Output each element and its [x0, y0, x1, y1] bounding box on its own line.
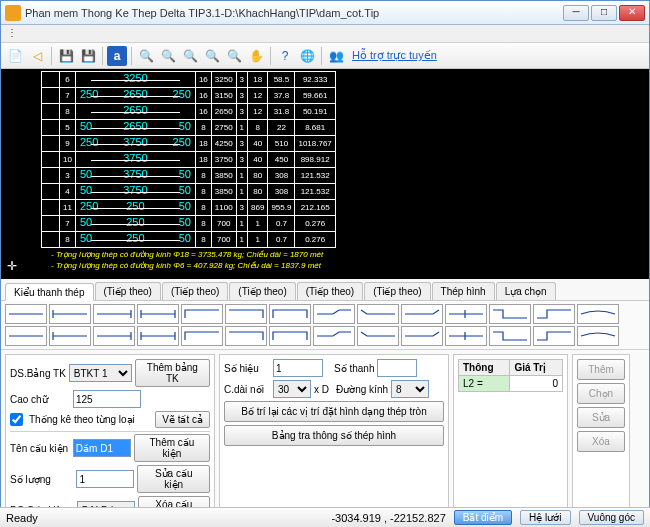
window-title: Phan mem Thong Ke Thep Delta TIP3.1-D:\K…	[25, 7, 563, 19]
thong-ke-checkbox[interactable]	[10, 413, 23, 426]
tab-2[interactable]: (Tiếp theo)	[162, 282, 228, 300]
cdai-label: C.dài nối	[224, 384, 270, 395]
chon-button[interactable]: Chọn	[577, 383, 625, 404]
dk-select[interactable]: 8	[391, 380, 429, 398]
shape-17[interactable]	[137, 326, 179, 346]
snap-button[interactable]: Bắt điểm	[454, 510, 512, 525]
close-button[interactable]: ✕	[619, 5, 645, 21]
tab-1[interactable]: (Tiếp theo)	[95, 282, 161, 300]
param-h1: Thông	[459, 360, 510, 376]
param-l2-label: L2 =	[459, 376, 510, 392]
shape-9[interactable]	[401, 304, 443, 324]
zoom-window-icon[interactable]: 🔍	[158, 46, 178, 66]
shape-13[interactable]	[577, 304, 619, 324]
tab-bar: Kiểu thanh thép(Tiếp theo)(Tiếp theo)(Ti…	[1, 279, 649, 301]
param-h2: Giá Trị	[510, 360, 563, 376]
bang-tra-button[interactable]: Bảng tra thông số thép hình	[224, 425, 444, 446]
panel-params: ThôngGiá Trị L2 =0	[453, 354, 568, 527]
dk-label: Đường kính	[336, 384, 388, 395]
zoom-out-icon[interactable]: 🔍	[202, 46, 222, 66]
shape-12[interactable]	[533, 304, 575, 324]
status-bar: Ready -3034.919 , -22152.827 Bắt điểm Hệ…	[0, 507, 650, 527]
tab-4[interactable]: (Tiếp theo)	[297, 282, 363, 300]
tab-7[interactable]: Lựa chọn	[496, 282, 556, 300]
tab-3[interactable]: (Tiếp theo)	[229, 282, 295, 300]
so-hieu-input[interactable]	[273, 359, 323, 377]
xd-label: x D	[314, 384, 329, 395]
shape-2[interactable]	[93, 304, 135, 324]
shape-1[interactable]	[49, 304, 91, 324]
shape-18[interactable]	[181, 326, 223, 346]
xoa-button[interactable]: Xóa	[577, 431, 625, 452]
so-luong-input[interactable]	[76, 470, 134, 488]
panel-right: Thêm Chọn Sửa Xóa	[572, 354, 630, 527]
zoom-prev-icon[interactable]: 🔍	[180, 46, 200, 66]
support-icon[interactable]: 👥	[326, 46, 346, 66]
shape-19[interactable]	[225, 326, 267, 346]
zoom-in-icon[interactable]: 🔍	[136, 46, 156, 66]
tab-0[interactable]: Kiểu thanh thép	[5, 283, 94, 301]
save-icon[interactable]: 💾	[56, 46, 76, 66]
ds-bang-select[interactable]: BTKT 1	[69, 364, 132, 382]
tab-6[interactable]: Thép hình	[432, 282, 495, 300]
shape-25[interactable]	[489, 326, 531, 346]
panel-left: DS.Bảng TK BTKT 1 Thêm bảng TK Cao chữ T…	[5, 354, 215, 527]
status-coords: -3034.919 , -22152.827	[331, 512, 445, 524]
shape-16[interactable]	[93, 326, 135, 346]
shape-23[interactable]	[401, 326, 443, 346]
shape-0[interactable]	[5, 304, 47, 324]
shape-4[interactable]	[181, 304, 223, 324]
sua-ck-button[interactable]: Sửa cấu kiện	[137, 465, 210, 493]
shape-3[interactable]	[137, 304, 179, 324]
shape-5[interactable]	[225, 304, 267, 324]
shape-22[interactable]	[357, 326, 399, 346]
sua-button[interactable]: Sửa	[577, 407, 625, 428]
globe-icon[interactable]: 🌐	[297, 46, 317, 66]
cad-viewport[interactable]: 6325016325031858.592.3337250265025016315…	[1, 69, 649, 279]
shape-10[interactable]	[445, 304, 487, 324]
shape-11[interactable]	[489, 304, 531, 324]
param-l2-value[interactable]: 0	[510, 376, 563, 392]
tab-5[interactable]: (Tiếp theo)	[364, 282, 430, 300]
them-button[interactable]: Thêm	[577, 359, 625, 380]
zoom-extents-icon[interactable]: 🔍	[224, 46, 244, 66]
shape-24[interactable]	[445, 326, 487, 346]
grid-button[interactable]: Hệ lưới	[520, 510, 570, 525]
app-icon	[5, 5, 21, 21]
pan-icon[interactable]: ✋	[246, 46, 266, 66]
cao-chu-label: Cao chữ	[10, 394, 70, 405]
shape-20[interactable]	[269, 326, 311, 346]
shape-7[interactable]	[313, 304, 355, 324]
help-icon[interactable]: ?	[275, 46, 295, 66]
so-hieu-label: Số hiệu	[224, 363, 270, 374]
saveall-icon[interactable]: 💾	[78, 46, 98, 66]
shape-27[interactable]	[577, 326, 619, 346]
cao-chu-input[interactable]	[73, 390, 141, 408]
minimize-button[interactable]: ─	[563, 5, 589, 21]
shape-21[interactable]	[313, 326, 355, 346]
maximize-button[interactable]: □	[591, 5, 617, 21]
bo-tri-button[interactable]: Bố trí lại các vị trí đặt hình dạng thép…	[224, 401, 444, 422]
shape-26[interactable]	[533, 326, 575, 346]
menu-bar[interactable]: ⋮	[1, 25, 649, 43]
shape-14[interactable]	[5, 326, 47, 346]
help-link[interactable]: Hỗ trợ trực tuyến	[352, 49, 437, 62]
status-ready: Ready	[6, 512, 38, 524]
shape-8[interactable]	[357, 304, 399, 324]
shape-6[interactable]	[269, 304, 311, 324]
them-bang-button[interactable]: Thêm bảng TK	[135, 359, 210, 387]
cdai-select[interactable]: 30	[273, 380, 311, 398]
shape-15[interactable]	[49, 326, 91, 346]
mode-a-button[interactable]: a	[107, 46, 127, 66]
them-ck-button[interactable]: Thêm cấu kiện	[134, 434, 210, 462]
cursor-icon[interactable]: ◁	[27, 46, 47, 66]
so-luong-label: Số lượng	[10, 474, 73, 485]
thong-ke-label: Thống kê theo từng loại	[29, 414, 135, 425]
new-icon[interactable]: 📄	[5, 46, 25, 66]
ortho-button[interactable]: Vuông góc	[579, 510, 644, 525]
cad-note-1: - Trọng lượng thép có đường kính Φ18 = 3…	[51, 250, 649, 259]
ve-tat-ca-button[interactable]: Vẽ tất cả	[155, 411, 210, 428]
so-thanh-label: Số thanh	[334, 363, 374, 374]
so-thanh-input[interactable]	[377, 359, 417, 377]
ten-ck-input[interactable]	[73, 439, 131, 457]
